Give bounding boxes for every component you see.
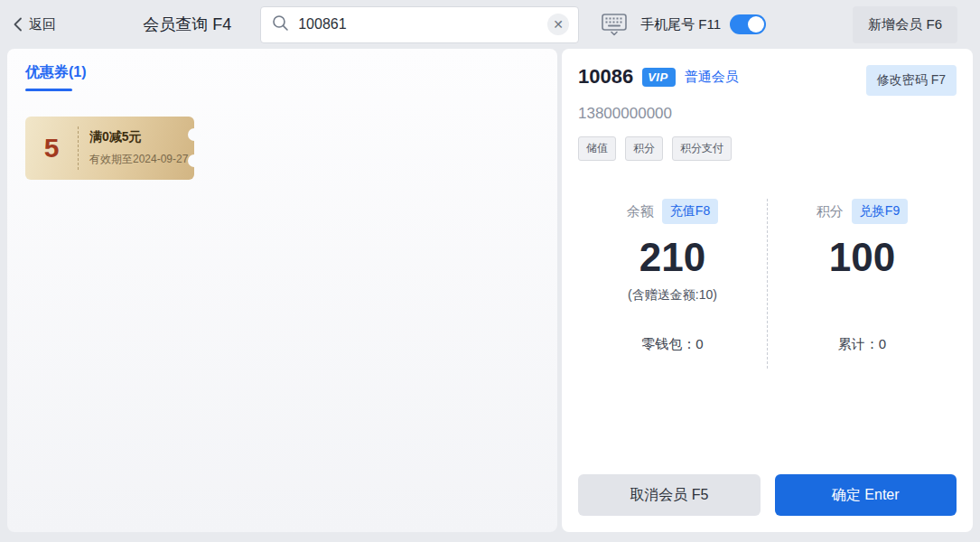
points-column: 积分 兑换F9 100 累计：0 [768, 199, 957, 369]
keyboard-icon[interactable] [601, 13, 628, 37]
points-head: 积分 兑换F9 [817, 199, 908, 224]
balance-head: 余额 充值F8 [627, 199, 718, 224]
coupon-notch [188, 154, 201, 167]
balance-gift-note: (含赠送金额:10) [628, 287, 717, 304]
confirm-button[interactable]: 确定 Enter [775, 474, 957, 516]
redeem-button[interactable]: 兑换F9 [852, 199, 908, 224]
topbar: 返回 会员查询 F4 ✕ 手机尾号 F11 新增会员 F6 [0, 0, 980, 49]
tag-stored-value: 储值 [578, 136, 616, 161]
points-label: 积分 [817, 203, 844, 220]
back-label: 返回 [29, 16, 56, 33]
tab-coupons[interactable]: 优惠券(1) [25, 63, 87, 91]
member-stats: 余额 充值F8 210 (含赠送金额:10) 零钱包：0 积分 兑换F9 100… [578, 199, 957, 369]
balance-column: 余额 充值F8 210 (含赠送金额:10) 零钱包：0 [578, 199, 767, 369]
coupon-info: 满0减5元 有效期至2024-09-27 [79, 129, 188, 167]
add-member-button[interactable]: 新增会员 F6 [853, 6, 957, 43]
cancel-member-button[interactable]: 取消会员 F5 [578, 474, 761, 516]
change-password-button[interactable]: 修改密码 F7 [866, 65, 957, 96]
member-level: 普通会员 [685, 69, 739, 86]
coupon-title: 满0减5元 [89, 129, 188, 145]
back-button[interactable]: 返回 [13, 16, 56, 33]
balance-value: 210 [639, 235, 705, 280]
coupon-validity: 有效期至2024-09-27 [89, 152, 188, 167]
coupon-notch [188, 128, 201, 141]
member-panel: 10086 VIP 普通会员 修改密码 F7 13800000000 储值 积分… [562, 49, 973, 532]
points-value: 100 [829, 235, 895, 280]
toggle-knob [748, 16, 764, 33]
coupons-panel: 优惠券(1) 5 满0减5元 有效期至2024-09-27 [7, 49, 557, 532]
recharge-button[interactable]: 充值F8 [662, 199, 718, 224]
main-area: 优惠券(1) 5 满0减5元 有效期至2024-09-27 10086 VIP … [0, 49, 980, 532]
page-title: 会员查询 F4 [143, 14, 231, 35]
vip-badge: VIP [642, 68, 675, 87]
coupon-amount: 5 [25, 133, 78, 164]
points-total: 累计：0 [838, 336, 886, 353]
tag-points-pay: 积分支付 [672, 136, 732, 161]
member-tags: 储值 积分 积分支付 [578, 136, 957, 161]
coupons-tab-label: 优惠券(1) [25, 63, 87, 82]
phone-suffix-toggle[interactable] [730, 14, 766, 34]
clear-search-icon[interactable]: ✕ [547, 14, 569, 35]
search-input[interactable] [298, 16, 547, 33]
phone-suffix-toggle-label: 手机尾号 F11 [640, 16, 721, 33]
search-icon [272, 14, 289, 35]
chevron-left-icon [13, 17, 23, 32]
balance-label: 余额 [627, 203, 654, 220]
tag-points: 积分 [625, 136, 663, 161]
member-id-row: 10086 VIP 普通会员 [578, 65, 739, 89]
wallet-amount: 零钱包：0 [641, 336, 703, 353]
member-id: 10086 [578, 65, 633, 89]
member-phone: 13800000000 [578, 105, 957, 123]
member-actions: 取消会员 F5 确定 Enter [578, 474, 957, 516]
member-header: 10086 VIP 普通会员 修改密码 F7 [578, 65, 957, 96]
member-search-box[interactable]: ✕ [260, 6, 579, 43]
coupon-card[interactable]: 5 满0减5元 有效期至2024-09-27 [25, 117, 194, 180]
tab-active-underline [25, 89, 72, 91]
